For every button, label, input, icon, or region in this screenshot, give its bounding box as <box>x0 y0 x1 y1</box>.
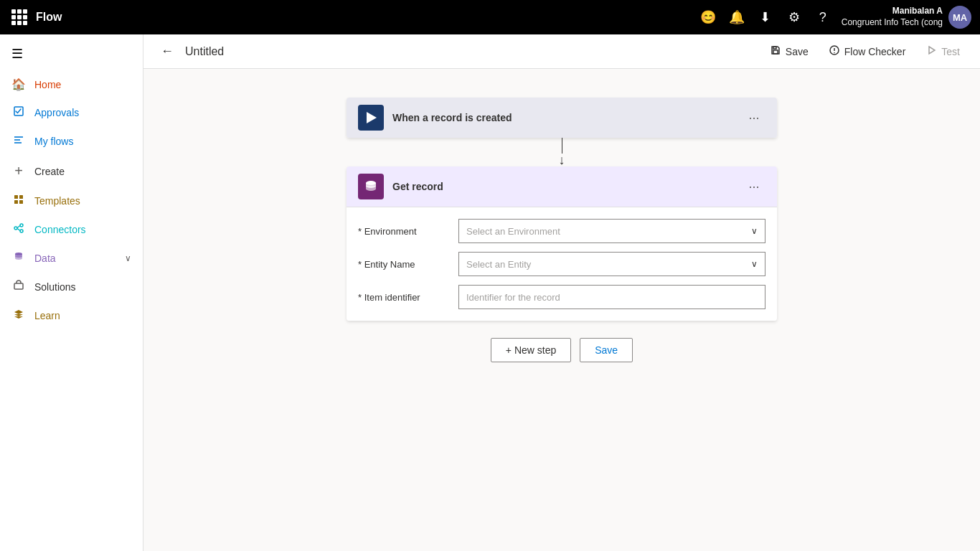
sidebar-item-solutions[interactable]: Solutions <box>0 273 143 301</box>
sidebar-item-templates[interactable]: Templates <box>0 187 143 215</box>
create-icon: + <box>11 163 26 179</box>
user-name: Manibalan A <box>842 6 943 17</box>
sidebar-label-create: Create <box>34 166 131 177</box>
item-id-required-star: * <box>358 292 364 303</box>
entity-label: * Entity Name <box>358 259 458 270</box>
svg-line-9 <box>17 229 20 231</box>
app-launcher-button[interactable] <box>9 6 30 28</box>
toolbar-actions: Save Flow Checker <box>761 40 969 63</box>
user-avatar[interactable]: MA <box>948 6 971 29</box>
data-chevron-icon: ∨ <box>125 253 131 263</box>
sidebar-label-approvals: Approvals <box>34 107 131 118</box>
svg-rect-12 <box>773 50 778 54</box>
entity-field-row: * Entity Name Select an Entity ∨ <box>358 252 765 276</box>
environment-field-row: * Environment Select an Environment ∨ <box>358 219 765 243</box>
entity-required-star: * <box>358 259 364 270</box>
entity-placeholder: Select an Entity <box>466 259 751 270</box>
save-button[interactable]: Save <box>761 40 817 63</box>
flow-title[interactable]: Untitled <box>185 45 755 58</box>
trigger-title: When a record is created <box>392 112 743 123</box>
sidebar-item-home[interactable]: 🏠 Home <box>0 70 143 98</box>
sidebar-item-create[interactable]: + Create <box>0 156 143 187</box>
svg-marker-15 <box>367 112 377 123</box>
sidebar-item-my-flows[interactable]: My flows <box>0 127 143 156</box>
top-nav-icons: 😊 🔔 ⬇ ⚙ ? <box>695 4 836 30</box>
flow-container: When a record is created ··· ↓ <box>347 98 777 362</box>
environment-control: Select an Environment ∨ <box>458 219 765 243</box>
svg-point-5 <box>14 227 17 230</box>
bottom-actions: + New step Save <box>491 338 633 362</box>
test-button[interactable]: Test <box>917 40 969 63</box>
item-id-label: * Item identifier <box>358 292 458 303</box>
down-arrow-icon: ↓ <box>559 154 565 166</box>
sidebar-label-data: Data <box>34 253 116 264</box>
test-label: Test <box>941 46 960 57</box>
svg-rect-3 <box>14 200 18 204</box>
svg-rect-1 <box>14 195 18 199</box>
trigger-icon <box>358 105 384 131</box>
solutions-icon <box>11 280 26 294</box>
sidebar-item-learn[interactable]: Learn <box>0 301 143 330</box>
sidebar-item-approvals[interactable]: Approvals <box>0 98 143 127</box>
approvals-icon <box>11 105 26 120</box>
help-icon[interactable]: ? <box>810 4 836 30</box>
sidebar-label-solutions: Solutions <box>34 281 131 293</box>
user-profile[interactable]: Manibalan A Congruent Info Tech (cong MA <box>842 6 971 29</box>
new-step-button[interactable]: + New step <box>491 338 571 362</box>
item-id-input[interactable]: Identifier for the record <box>458 285 765 309</box>
entity-control: Select an Entity ∨ <box>458 252 765 276</box>
action-card-header[interactable]: Get record ··· <box>347 166 777 207</box>
app-layout: ☰ 🏠 Home Approvals My flows + <box>0 0 980 551</box>
user-org: Congruent Info Tech (cong <box>842 17 943 29</box>
sidebar-label-learn: Learn <box>34 310 131 321</box>
user-info: Manibalan A Congruent Info Tech (cong <box>842 6 943 28</box>
main-content: ← Untitled Save <box>143 34 980 551</box>
item-id-control: Identifier for the record <box>458 285 765 309</box>
svg-rect-2 <box>19 195 23 199</box>
data-icon <box>11 251 26 265</box>
connectors-icon <box>11 222 26 237</box>
action-card: Get record ··· * Environment Select an E… <box>347 166 777 321</box>
save-label: Save <box>786 46 809 57</box>
app-title: Flow <box>36 11 695 24</box>
flow-checker-button[interactable]: Flow Checker <box>820 40 915 63</box>
environment-select[interactable]: Select an Environment ∨ <box>458 219 765 243</box>
environment-chevron-icon: ∨ <box>751 226 758 236</box>
download-icon[interactable]: ⬇ <box>753 4 778 30</box>
bell-icon[interactable]: 🔔 <box>724 4 750 30</box>
sidebar-label-templates: Templates <box>34 195 131 207</box>
sidebar-label-my-flows: My flows <box>34 136 131 147</box>
sidebar-label-home: Home <box>34 79 131 90</box>
svg-rect-11 <box>14 283 23 289</box>
connector-arrow: ↓ <box>559 138 565 166</box>
flow-canvas: When a record is created ··· ↓ <box>143 69 980 551</box>
action-more-button[interactable]: ··· <box>743 175 765 198</box>
sidebar-toggle[interactable]: ☰ <box>0 40 143 67</box>
item-id-placeholder: Identifier for the record <box>466 292 560 303</box>
sidebar-item-connectors[interactable]: Connectors <box>0 215 143 244</box>
emoji-icon[interactable]: 😊 <box>695 4 721 30</box>
svg-rect-13 <box>773 47 776 49</box>
sidebar-item-data[interactable]: Data ∨ <box>0 244 143 273</box>
trigger-card: When a record is created ··· <box>347 98 777 138</box>
sidebar: ☰ 🏠 Home Approvals My flows + <box>0 34 143 551</box>
settings-icon[interactable]: ⚙ <box>781 4 807 30</box>
sidebar-label-connectors: Connectors <box>34 224 131 235</box>
back-button[interactable]: ← <box>155 41 179 62</box>
test-icon <box>925 44 937 59</box>
environment-required-star: * <box>358 226 364 237</box>
svg-rect-4 <box>19 200 23 204</box>
entity-select[interactable]: Select an Entity ∨ <box>458 252 765 276</box>
trigger-more-button[interactable]: ··· <box>743 106 765 129</box>
flow-checker-label: Flow Checker <box>844 46 906 57</box>
templates-icon <box>11 194 26 208</box>
save-bottom-button[interactable]: Save <box>580 338 633 362</box>
item-id-field-row: * Item identifier Identifier for the rec… <box>358 285 765 309</box>
svg-point-6 <box>20 224 23 227</box>
connector-line-segment <box>562 138 562 154</box>
entity-chevron-icon: ∨ <box>751 259 758 269</box>
save-icon <box>770 44 781 59</box>
trigger-card-header[interactable]: When a record is created ··· <box>347 98 777 138</box>
top-navigation: Flow 😊 🔔 ⬇ ⚙ ? Manibalan A Congruent Inf… <box>0 0 980 34</box>
toolbar: ← Untitled Save <box>143 34 980 69</box>
